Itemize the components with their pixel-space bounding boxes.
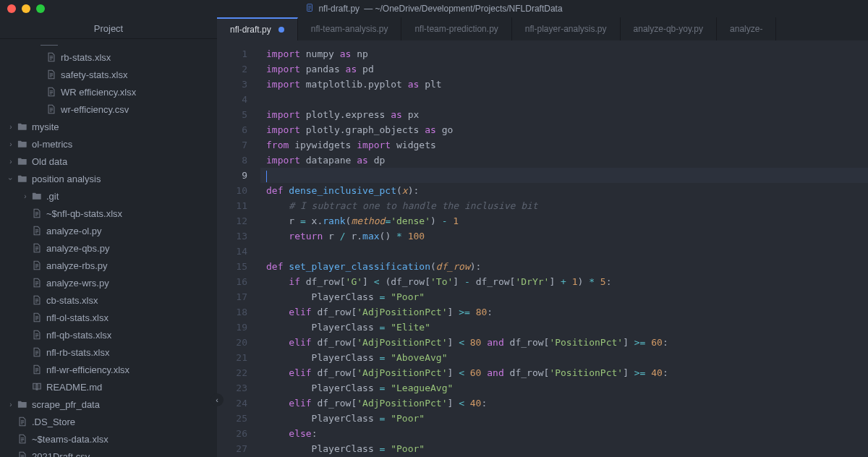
close-icon[interactable] (7, 4, 16, 13)
line-number: 10 (217, 183, 260, 198)
title-path: — ~/OneDrive/Development/Projects/NFLDra… (364, 4, 562, 14)
doc-icon (30, 295, 43, 305)
line-number: 22 (217, 365, 260, 380)
tree-item-label: position analysis (32, 174, 101, 184)
code-line[interactable] (260, 92, 868, 107)
tree-item-label: nfl-ol-stats.xlsx (46, 312, 109, 323)
chevron-icon[interactable]: › (6, 175, 16, 183)
doc-icon (45, 87, 58, 97)
line-number: 19 (217, 320, 260, 335)
editor-tab[interactable]: analyze- (717, 17, 776, 40)
code-content[interactable]: import numpy as npimport pandas as pdimp… (260, 40, 868, 457)
file-item[interactable]: nfl-qb-stats.xlsx (0, 326, 217, 343)
code-line[interactable]: import pandas as pd (260, 61, 868, 77)
code-line[interactable]: r = x.rank(method='dense') - 1 (260, 213, 868, 228)
code-line[interactable]: elif df_row['AdjPositionPct'] >= 80: (260, 304, 868, 320)
code-line[interactable]: import plotly.graph_objects as go (260, 122, 868, 137)
minimize-icon[interactable] (22, 4, 30, 13)
folder-item[interactable]: ›position analysis (0, 170, 217, 187)
line-number: 14 (217, 244, 260, 259)
code-line[interactable]: else: (260, 426, 868, 441)
editor-tab[interactable]: nfl-team-analysis.py (298, 17, 402, 40)
code-line[interactable] (260, 244, 868, 259)
file-item[interactable]: .DS_Store (0, 413, 217, 430)
file-item[interactable]: README.md (0, 378, 217, 396)
code-line[interactable]: PlayerClass = "Poor" (260, 441, 868, 456)
project-sidebar: Project rb-stats.xlsxsafety-stats.xlsxWR… (0, 17, 217, 457)
file-item[interactable]: ~$teams-data.xlsx (0, 430, 217, 448)
code-line[interactable]: from ipywidgets import widgets (260, 137, 868, 153)
file-item[interactable]: nfl-ol-stats.xlsx (0, 309, 217, 326)
code-line[interactable]: elif df_row['AdjPositionPct'] < 40: (260, 396, 868, 411)
file-item[interactable]: 2021Draft.csv (0, 448, 217, 457)
code-line[interactable]: if df_row['G'] < (df_row['To'] - df_row[… (260, 274, 868, 289)
folder-item[interactable]: ›scrape_pfr_data (0, 396, 217, 413)
doc-icon (16, 417, 29, 427)
editor-tab[interactable]: nfl-player-analysis.py (512, 17, 621, 40)
file-item[interactable]: safety-stats.xlsx (0, 66, 217, 83)
tree-item-label: README.md (46, 382, 102, 393)
doc-icon (16, 434, 29, 444)
chevron-icon[interactable]: › (6, 140, 16, 148)
code-line[interactable]: def dense_inclusive_pct(x): (260, 183, 868, 198)
doc-icon (30, 364, 43, 375)
code-line[interactable]: import plotly.express as px (260, 107, 868, 122)
file-item[interactable]: ~$nfl-qb-stats.xlsx (0, 205, 217, 222)
file-item[interactable]: WR efficiency.xlsx (0, 83, 217, 101)
doc-icon (30, 208, 43, 218)
code-line[interactable]: import numpy as np (260, 46, 868, 61)
code-line[interactable]: def set_player_classification(df_row): (260, 259, 868, 274)
code-line[interactable] (260, 168, 868, 183)
doc-icon (30, 260, 43, 270)
code-line[interactable]: import datapane as dp (260, 153, 868, 168)
doc-icon (45, 104, 58, 114)
file-tree[interactable]: rb-stats.xlsxsafety-stats.xlsxWR efficie… (0, 39, 217, 457)
code-line[interactable]: PlayerClass = "AboveAvg" (260, 350, 868, 365)
chevron-icon[interactable]: › (6, 401, 16, 409)
tree-item-label: ~$nfl-qb-stats.xlsx (46, 208, 122, 219)
doc-icon (45, 52, 58, 62)
code-line[interactable]: elif df_row['AdjPositionPct'] < 80 and d… (260, 335, 868, 350)
folder-item[interactable]: ›ol-metrics (0, 135, 217, 153)
code-line[interactable]: return r / r.max() * 100 (260, 228, 868, 244)
window-controls (7, 4, 45, 13)
chevron-icon[interactable]: › (6, 123, 16, 131)
doc-icon (30, 330, 43, 340)
editor-tab[interactable]: nfl-team-prediction.py (401, 17, 511, 40)
doc-icon (30, 243, 43, 253)
tree-item-label: scrape_pfr_data (32, 399, 100, 410)
line-number: 3 (217, 77, 260, 92)
line-number: 23 (217, 380, 260, 396)
chevron-icon[interactable]: › (6, 158, 16, 166)
code-line[interactable]: PlayerClass = "Elite" (260, 320, 868, 335)
code-line[interactable]: PlayerClass = "Poor" (260, 411, 868, 426)
folder-item[interactable]: ›.git (0, 187, 217, 205)
tree-item-label: .git (46, 191, 59, 202)
code-line[interactable]: elif df_row['AdjPositionPct'] < 60 and d… (260, 365, 868, 380)
file-item[interactable]: wr-efficiency.csv (0, 101, 217, 118)
code-editor[interactable]: 1234567891011121314151617181920212223242… (217, 40, 868, 457)
file-item[interactable]: analyze-rbs.py (0, 257, 217, 274)
file-item[interactable]: analyze-qbs.py (0, 239, 217, 257)
file-item[interactable]: nfl-wr-efficiency.xlsx (0, 361, 217, 378)
code-line[interactable]: PlayerClass = "Poor" (260, 289, 868, 304)
tree-item-label: Old data (32, 156, 67, 167)
maximize-icon[interactable] (36, 4, 45, 13)
editor-tab[interactable]: analyze-qb-yoy.py (621, 17, 718, 40)
line-number: 6 (217, 122, 260, 137)
folder-item[interactable]: ›Old data (0, 153, 217, 170)
folder-item[interactable]: ›mysite (0, 118, 217, 135)
file-item[interactable]: rb-stats.xlsx (0, 48, 217, 66)
file-item[interactable]: analyze-ol.py (0, 222, 217, 239)
tree-item-label: analyze-qbs.py (46, 243, 109, 254)
line-number: 5 (217, 107, 260, 122)
file-item[interactable]: analyze-wrs.py (0, 274, 217, 291)
file-item[interactable]: nfl-rb-stats.xlsx (0, 343, 217, 361)
editor-tab[interactable]: nfl-draft.py (217, 17, 298, 40)
code-line[interactable]: import matplotlib.pyplot as plt (260, 77, 868, 92)
collapse-sidebar-button[interactable]: ‹ (210, 393, 224, 406)
file-item[interactable]: cb-stats.xlsx (0, 291, 217, 309)
code-line[interactable]: # I subtract one to handle the inclusive… (260, 198, 868, 213)
chevron-icon[interactable]: › (20, 192, 30, 200)
code-line[interactable]: PlayerClass = "LeagueAvg" (260, 380, 868, 396)
